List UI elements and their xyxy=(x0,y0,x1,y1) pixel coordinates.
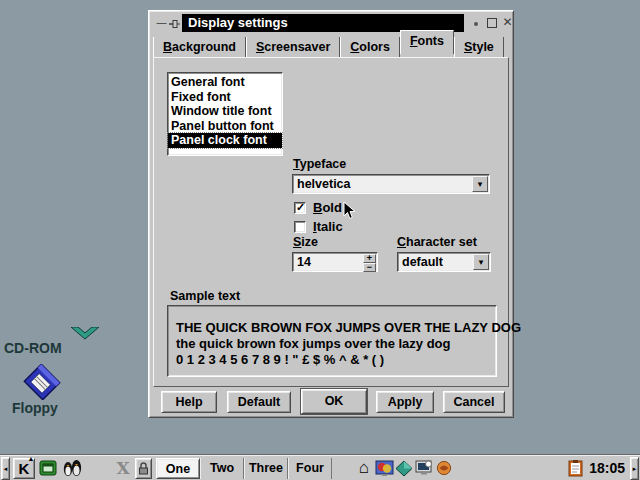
diamond-icon xyxy=(395,460,413,477)
spin-down-icon[interactable]: − xyxy=(363,263,376,272)
italic-row: Italic xyxy=(294,219,343,234)
fonts-tab-panel: General font Fixed font Window title fon… xyxy=(153,57,509,387)
terminal-button[interactable] xyxy=(414,458,434,479)
list-item-selected[interactable]: Panel clock font xyxy=(168,133,282,148)
penguins-button[interactable] xyxy=(61,458,83,479)
desktop-button-four[interactable]: Four xyxy=(288,458,332,479)
floppy-icon-label[interactable]: Floppy xyxy=(12,400,58,416)
close-icon[interactable]: ✕ xyxy=(501,16,514,29)
charset-label: Character set xyxy=(397,235,477,249)
italic-label[interactable]: Italic xyxy=(313,219,343,234)
charset-value: default xyxy=(398,255,473,269)
bold-row: Bold xyxy=(294,200,342,215)
k-logo-icon: K▲ xyxy=(19,460,30,477)
tab-fonts[interactable]: Fonts xyxy=(400,30,454,54)
help-button[interactable]: Help xyxy=(161,391,217,413)
size-value[interactable]: 14 xyxy=(293,253,363,271)
list-item[interactable]: General font xyxy=(168,75,282,90)
italic-checkbox[interactable] xyxy=(294,221,306,233)
desktop-button-two[interactable]: Two xyxy=(200,458,244,479)
k-menu-button[interactable]: K▲ xyxy=(13,458,35,479)
shade-icon[interactable]: — xyxy=(155,16,168,29)
panel-clock[interactable]: 18:05 xyxy=(589,460,625,476)
lock-screen-button[interactable] xyxy=(135,458,152,479)
typeface-value: helvetica xyxy=(293,177,472,191)
klipper-button[interactable] xyxy=(565,458,585,479)
size-label: Size xyxy=(293,235,318,249)
x11-icon: X xyxy=(116,458,129,478)
lock-icon xyxy=(138,461,149,475)
minimize-icon[interactable] xyxy=(474,22,478,26)
bold-checkbox[interactable] xyxy=(294,202,306,214)
home-button[interactable]: ⌂ xyxy=(354,458,374,479)
desktop: { "colors": { "desktop_bg": "#8c9aa3", "… xyxy=(0,0,640,480)
font-listbox[interactable]: General font Fixed font Window title fon… xyxy=(167,72,283,156)
typeface-label: Typeface xyxy=(293,157,346,171)
swirl-icon xyxy=(435,460,453,476)
floppy-icon[interactable] xyxy=(22,364,62,403)
x11-button[interactable]: X xyxy=(113,458,133,479)
maximize-icon[interactable] xyxy=(487,18,497,28)
default-button[interactable]: Default xyxy=(227,391,291,413)
display-settings-dialog: — Display settings ✕ Background Screensa… xyxy=(148,10,514,418)
list-item[interactable]: Fixed font xyxy=(168,90,282,105)
floppy-icon-graphic xyxy=(22,364,62,400)
window-list-icon xyxy=(39,460,57,476)
cdrom-icon-label[interactable]: CD-ROM xyxy=(4,340,62,356)
sample-label: Sample text xyxy=(170,289,240,303)
clipboard-icon xyxy=(568,459,583,477)
chevron-down-icon[interactable]: ▾ xyxy=(472,176,488,192)
cdrom-icon-graphic xyxy=(70,327,100,340)
panel-hide-left-icon[interactable]: ◄ xyxy=(1,457,10,480)
tab-screensaver[interactable]: Screensaver xyxy=(246,37,340,57)
dialog-tabs: Background Screensaver Colors Fonts Styl… xyxy=(153,36,504,57)
tab-colors[interactable]: Colors xyxy=(340,37,400,57)
tab-background[interactable]: Background xyxy=(153,37,246,57)
desktop-button-one[interactable]: One xyxy=(156,458,200,479)
ok-button[interactable]: OK xyxy=(301,389,367,414)
list-item[interactable]: Window title font xyxy=(168,104,282,119)
terminal-icon xyxy=(415,460,433,476)
penguins-icon xyxy=(61,459,83,477)
bold-label[interactable]: Bold xyxy=(313,200,342,215)
size-spinner[interactable]: 14 + − xyxy=(292,252,378,272)
window-list-button[interactable] xyxy=(37,458,59,479)
sample-line-digits: 0 1 2 3 4 5 6 7 8 9 ! " £ $ % ^ & * ( ) xyxy=(176,352,496,368)
panel-hide-right-icon[interactable]: ► xyxy=(630,457,639,480)
chevron-down-icon[interactable]: ▾ xyxy=(473,254,489,270)
cancel-button[interactable]: Cancel xyxy=(443,391,505,413)
dialog-titlebar[interactable]: — Display settings ✕ xyxy=(152,14,510,32)
sticky-pin-icon[interactable] xyxy=(169,18,181,30)
taskbar: ◄ K▲ X One Two Three Four ⌂ xyxy=(0,455,640,480)
sample-line-upper: THE QUICK BROWN FOX JUMPS OVER THE LAZY … xyxy=(176,320,496,336)
typeface-combo[interactable]: helvetica ▾ xyxy=(292,174,490,194)
mouse-cursor xyxy=(343,201,356,220)
display-colors-icon xyxy=(375,460,394,477)
apply-button[interactable]: Apply xyxy=(376,391,434,413)
sample-text-box: THE QUICK BROWN FOX JUMPS OVER THE LAZY … xyxy=(167,305,497,377)
charset-combo[interactable]: default ▾ xyxy=(397,252,491,272)
display-settings-button[interactable] xyxy=(374,458,394,479)
sample-line-lower: the quick brown fox jumps over the lazy … xyxy=(176,336,496,352)
cdrom-icon[interactable] xyxy=(70,327,100,343)
help-viewer-button[interactable] xyxy=(394,458,414,479)
tab-style[interactable]: Style xyxy=(454,37,504,57)
utility-button[interactable] xyxy=(434,458,454,479)
list-item[interactable]: Panel button font xyxy=(168,119,282,134)
desktop-button-three[interactable]: Three xyxy=(244,458,288,479)
